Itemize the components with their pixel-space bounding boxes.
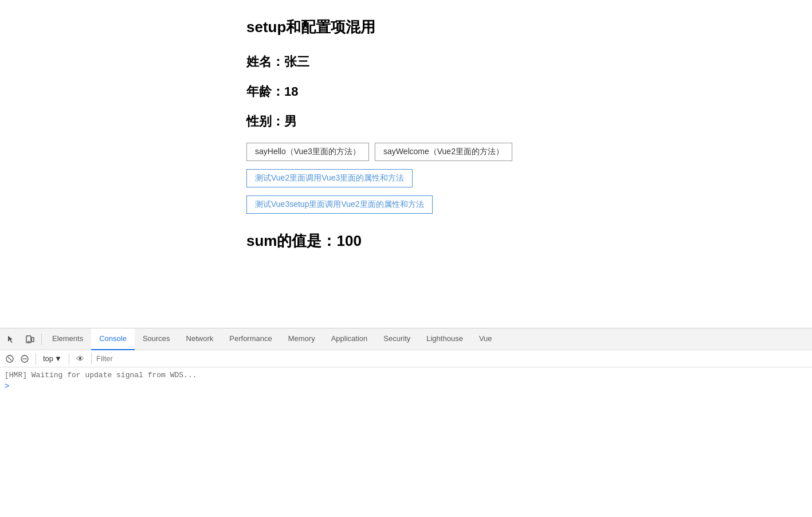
console-prompt[interactable]: > xyxy=(5,381,807,392)
name-label: 姓名：张三 xyxy=(246,53,812,70)
age-label: 年龄：18 xyxy=(246,83,812,100)
main-content: setup和配置项混用 姓名：张三 年龄：18 性别：男 sayHello（Vu… xyxy=(0,0,812,330)
test-vue3-button[interactable]: 测试Vue3setup里面调用Vue2里面的属性和方法 xyxy=(246,195,433,214)
buttons-row-2: 测试Vue2里面调用Vue3里面的属性和方法 xyxy=(246,169,812,187)
console-bar-sep-2 xyxy=(69,353,69,365)
sum-label: sum的值是：100 xyxy=(246,231,812,251)
devtools-device-icon[interactable] xyxy=(21,330,39,348)
buttons-row-1: sayHello（Vue3里面的方法） sayWelcome（Vue2里面的方法… xyxy=(246,143,812,161)
console-log-hmr: [HMR] Waiting for update signal from WDS… xyxy=(5,370,807,381)
console-eye-icon[interactable]: 👁 xyxy=(74,352,87,365)
tab-performance[interactable]: Performance xyxy=(221,328,280,350)
test-vue2-button[interactable]: 测试Vue2里面调用Vue3里面的属性和方法 xyxy=(246,169,413,187)
console-bar-sep-3 xyxy=(91,353,92,365)
toolbar-separator-1 xyxy=(41,334,42,345)
tab-console[interactable]: Console xyxy=(91,328,135,350)
devtools-pointer-icon[interactable] xyxy=(2,330,21,348)
page-title: setup和配置项混用 xyxy=(246,17,812,37)
gender-label: 性别：男 xyxy=(246,113,812,130)
say-hello-button[interactable]: sayHello（Vue3里面的方法） xyxy=(246,143,369,161)
tab-lighthouse[interactable]: Lighthouse xyxy=(418,328,471,350)
chevron-down-icon: ▼ xyxy=(54,354,62,363)
tab-memory[interactable]: Memory xyxy=(280,328,323,350)
console-context-dropdown[interactable]: top ▼ xyxy=(41,352,64,365)
console-clear-button[interactable] xyxy=(3,352,16,365)
console-output: [HMR] Waiting for update signal from WDS… xyxy=(0,367,812,517)
svg-line-4 xyxy=(8,357,11,361)
tab-network[interactable]: Network xyxy=(178,328,222,350)
devtools-panel: Elements Console Sources Network Perform… xyxy=(0,328,812,517)
tab-application[interactable]: Application xyxy=(323,328,376,350)
devtools-toolbar: Elements Console Sources Network Perform… xyxy=(0,328,812,350)
tab-security[interactable]: Security xyxy=(375,328,418,350)
say-welcome-button[interactable]: sayWelcome（Vue2里面的方法） xyxy=(375,143,512,161)
tab-vue[interactable]: Vue xyxy=(471,328,500,350)
console-bar-sep-1 xyxy=(36,353,36,365)
buttons-row-3: 测试Vue3setup里面调用Vue2里面的属性和方法 xyxy=(246,195,812,214)
console-bar: top ▼ 👁 xyxy=(0,350,812,367)
console-no-log-button[interactable] xyxy=(18,352,31,365)
console-filter-input[interactable] xyxy=(96,354,809,363)
svg-rect-1 xyxy=(32,338,34,342)
tab-sources[interactable]: Sources xyxy=(135,328,178,350)
tab-elements[interactable]: Elements xyxy=(44,328,91,350)
